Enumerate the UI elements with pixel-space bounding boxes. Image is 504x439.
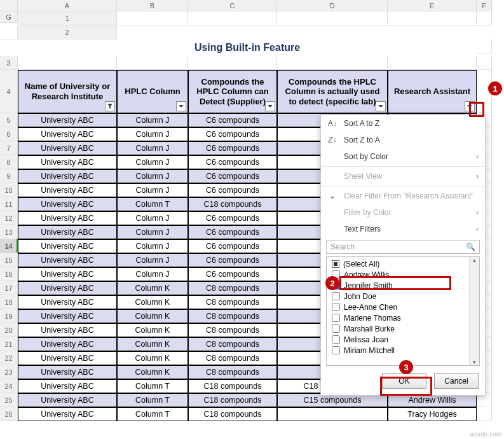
table-cell[interactable]: University ABC <box>18 141 117 155</box>
filter-checkbox-item[interactable]: Melissa Joan <box>327 334 479 345</box>
table-cell[interactable]: University ABC <box>18 183 117 197</box>
table-cell[interactable]: Column J <box>117 239 188 253</box>
table-cell[interactable]: Column J <box>117 113 188 127</box>
table-cell[interactable]: University ABC <box>18 225 117 239</box>
filter-checkbox-item[interactable]: (Select All) <box>327 258 479 269</box>
row-header[interactable]: 17 <box>0 281 18 295</box>
col-header[interactable]: B <box>117 0 188 11</box>
table-cell[interactable]: University ABC <box>18 323 117 337</box>
table-cell[interactable]: Column K <box>117 281 188 295</box>
row-header[interactable]: 14 <box>0 239 18 253</box>
filter-checkbox-item[interactable]: Lee-Anne Chen <box>327 302 479 312</box>
row-header[interactable]: 15 <box>0 253 18 267</box>
table-cell[interactable]: University ABC <box>18 267 117 281</box>
row-header[interactable]: 23 <box>0 365 18 379</box>
row-header[interactable]: 19 <box>0 309 18 323</box>
table-cell[interactable]: University ABC <box>18 295 117 309</box>
filter-search-input[interactable]: Search🔍 <box>326 240 480 254</box>
table-cell[interactable]: University ABC <box>18 351 117 365</box>
cancel-button[interactable]: Cancel <box>434 373 479 389</box>
table-cell[interactable]: Column T <box>117 379 188 393</box>
table-cell[interactable]: University ABC <box>18 337 117 351</box>
sort-az[interactable]: A↓Sort A to Z <box>321 115 485 132</box>
sort-by-color[interactable]: Sort by Color› <box>321 148 485 165</box>
table-cell[interactable]: C6 compounds <box>188 267 277 281</box>
filter-checkbox-item[interactable]: Marshall Burke <box>327 323 479 334</box>
row-header[interactable]: 7 <box>0 141 18 155</box>
table-cell[interactable]: Column K <box>117 337 188 351</box>
table-cell[interactable]: C18 compounds <box>188 197 277 211</box>
table-cell[interactable]: Column T <box>117 393 188 407</box>
table-cell[interactable]: University ABC <box>18 309 117 323</box>
table-cell[interactable]: C8 compounds <box>188 295 277 309</box>
table-cell[interactable]: C6 compounds <box>188 225 277 239</box>
table-cell[interactable]: C8 compounds <box>188 281 277 295</box>
filter-checkbox-item[interactable]: Miriam Mitchell <box>327 345 479 356</box>
table-cell[interactable]: Column K <box>117 365 188 379</box>
table-cell[interactable]: Column J <box>117 267 188 281</box>
table-cell[interactable]: C8 compounds <box>188 365 277 379</box>
row-header[interactable]: 4 <box>0 70 18 113</box>
table-cell[interactable]: University ABC <box>18 393 117 407</box>
table-cell[interactable]: C6 compounds <box>188 141 277 155</box>
col-header[interactable]: D <box>277 0 388 11</box>
table-cell[interactable]: Column J <box>117 169 188 183</box>
row-header[interactable]: 20 <box>0 323 18 337</box>
table-cell[interactable]: Column J <box>117 183 188 197</box>
table-cell[interactable]: Column T <box>117 407 188 421</box>
table-cell[interactable]: Column J <box>117 211 188 225</box>
table-cell[interactable]: Column J <box>117 127 188 141</box>
filter-dropdown-button[interactable] <box>176 101 186 111</box>
table-cell[interactable]: University ABC <box>18 211 117 225</box>
table-cell[interactable] <box>277 407 388 421</box>
table-cell[interactable]: C18 compounds <box>188 379 277 393</box>
table-cell[interactable]: C6 compounds <box>188 127 277 141</box>
row-header[interactable]: 2 <box>18 25 117 39</box>
table-cell[interactable]: C8 compounds <box>188 337 277 351</box>
col-header[interactable]: A <box>18 0 117 11</box>
table-cell[interactable]: University ABC <box>18 379 117 393</box>
table-cell[interactable]: University ABC <box>18 365 117 379</box>
table-cell[interactable]: C8 compounds <box>188 351 277 365</box>
table-cell[interactable]: Column K <box>117 323 188 337</box>
table-cell[interactable]: University ABC <box>18 155 117 169</box>
row-header[interactable]: 26 <box>0 407 18 421</box>
table-cell[interactable]: C6 compounds <box>188 253 277 267</box>
table-cell[interactable]: University ABC <box>18 113 117 127</box>
row-header[interactable]: 25 <box>0 393 18 407</box>
row-header[interactable]: 9 <box>0 169 18 183</box>
table-cell[interactable]: C6 compounds <box>188 169 277 183</box>
table-cell[interactable]: Column T <box>117 197 188 211</box>
row-header[interactable]: 16 <box>0 267 18 281</box>
scrollbar[interactable] <box>469 257 479 365</box>
row-header[interactable]: 22 <box>0 351 18 365</box>
row-header[interactable]: 12 <box>0 211 18 225</box>
table-cell[interactable]: Column J <box>117 141 188 155</box>
col-header[interactable]: G <box>0 11 18 23</box>
table-cell[interactable]: C6 compounds <box>188 183 277 197</box>
filter-checkbox-item[interactable]: John Doe <box>327 291 479 302</box>
table-cell[interactable]: Column K <box>117 309 188 323</box>
text-filters[interactable]: Text Filters› <box>321 221 485 237</box>
sort-za[interactable]: Z↓Sort Z to A <box>321 132 485 148</box>
row-header[interactable]: 21 <box>0 337 18 351</box>
table-cell[interactable]: C6 compounds <box>188 113 277 127</box>
table-cell[interactable]: Column J <box>117 225 188 239</box>
row-header[interactable]: 10 <box>0 183 18 197</box>
table-cell[interactable]: University ABC <box>18 407 117 421</box>
row-header[interactable]: 11 <box>0 197 18 211</box>
table-cell[interactable]: C6 compounds <box>188 239 277 253</box>
row-header[interactable]: 5 <box>0 113 18 127</box>
row-header[interactable]: 6 <box>0 127 18 141</box>
table-cell[interactable]: Column J <box>117 155 188 169</box>
table-cell[interactable]: University ABC <box>18 253 117 267</box>
table-cell[interactable]: University ABC <box>18 197 117 211</box>
table-cell[interactable]: Tracy Hodges <box>388 407 477 421</box>
filter-dropdown-button[interactable] <box>265 101 275 111</box>
table-cell[interactable]: C8 compounds <box>188 323 277 337</box>
filter-checkbox-item[interactable]: Marlene Thomas <box>327 312 479 323</box>
table-cell[interactable]: University ABC <box>18 169 117 183</box>
row-header[interactable]: 13 <box>0 225 18 239</box>
filter-dropdown-button[interactable] <box>376 101 386 111</box>
table-cell[interactable]: University ABC <box>18 239 117 253</box>
